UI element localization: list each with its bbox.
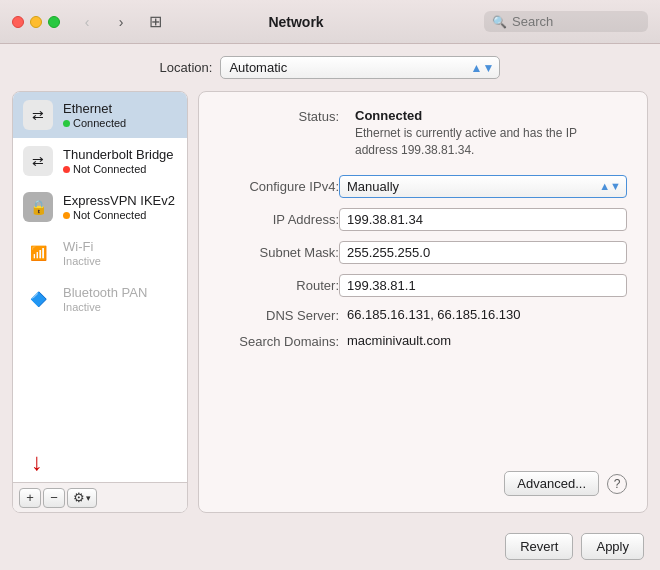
- wifi-name: Wi-Fi: [63, 239, 101, 256]
- status-value: Connected: [347, 108, 607, 123]
- window-title: Network: [116, 14, 476, 30]
- configure-select-wrap: Manually Using DHCP Using DHCP with manu…: [339, 175, 627, 198]
- subnet-mask-row: Subnet Mask:: [219, 241, 627, 264]
- ethernet-icon: ⇄: [23, 100, 53, 130]
- vpn-name: ExpressVPN IKEv2: [63, 193, 175, 210]
- sidebar-item-vpn[interactable]: 🔒 ExpressVPN IKEv2 Not Connected: [13, 184, 187, 230]
- ip-address-row: IP Address:: [219, 208, 627, 231]
- ip-address-input[interactable]: [339, 208, 627, 231]
- sidebar-toolbar: + − ⚙ ▾: [13, 482, 187, 512]
- sidebar-item-bluetooth[interactable]: 🔷 Bluetooth PAN Inactive: [13, 276, 187, 322]
- location-select[interactable]: Automatic: [220, 56, 500, 79]
- minimize-button[interactable]: [30, 16, 42, 28]
- thunderbolt-status-text: Not Connected: [73, 163, 146, 175]
- sidebar-list: ⇄ Ethernet Connected ⇄ Thunderbolt Bridg…: [13, 92, 187, 482]
- status-description: Ethernet is currently active and has the…: [347, 125, 607, 159]
- bluetooth-status-text: Inactive: [63, 301, 101, 313]
- search-icon: 🔍: [492, 15, 507, 29]
- vpn-status: Not Connected: [63, 209, 175, 221]
- traffic-lights: [12, 16, 60, 28]
- network-options-button[interactable]: ⚙ ▾: [67, 488, 97, 508]
- detail-panel: Status: Connected Ethernet is currently …: [198, 91, 648, 513]
- thunderbolt-status-dot: [63, 166, 70, 173]
- search-input[interactable]: [512, 14, 642, 29]
- remove-network-button[interactable]: −: [43, 488, 65, 508]
- ethernet-name: Ethernet: [63, 101, 126, 118]
- dns-label: DNS Server:: [219, 307, 339, 323]
- gear-icon: ⚙: [73, 490, 85, 505]
- domains-value: macminivault.com: [339, 333, 451, 348]
- wifi-status-text: Inactive: [63, 255, 101, 267]
- location-bar: Location: Automatic ▲▼: [0, 44, 660, 91]
- dns-value: 66.185.16.131, 66.185.16.130: [339, 307, 521, 322]
- close-button[interactable]: [12, 16, 24, 28]
- thunderbolt-status: Not Connected: [63, 163, 174, 175]
- subnet-mask-input[interactable]: [339, 241, 627, 264]
- detail-footer: Advanced... ?: [219, 471, 627, 496]
- sidebar-item-info-vpn: ExpressVPN IKEv2 Not Connected: [63, 193, 175, 222]
- location-label: Location:: [160, 60, 213, 75]
- thunderbolt-icon: ⇄: [23, 146, 53, 176]
- vpn-status-text: Not Connected: [73, 209, 146, 221]
- location-select-wrap: Automatic ▲▼: [220, 56, 500, 79]
- search-box: 🔍: [484, 11, 648, 32]
- bluetooth-status: Inactive: [63, 301, 147, 313]
- router-input[interactable]: [339, 274, 627, 297]
- dns-server-row: DNS Server: 66.185.16.131, 66.185.16.130: [219, 307, 627, 323]
- vpn-status-dot: [63, 212, 70, 219]
- router-row: Router:: [219, 274, 627, 297]
- ethernet-status-text: Connected: [73, 117, 126, 129]
- ip-label: IP Address:: [219, 211, 339, 227]
- wifi-status: Inactive: [63, 255, 101, 267]
- back-button[interactable]: ‹: [74, 12, 100, 32]
- ethernet-status-dot: [63, 120, 70, 127]
- status-row: Status: Connected Ethernet is currently …: [219, 108, 627, 159]
- configure-ipv4-select[interactable]: Manually Using DHCP Using DHCP with manu…: [339, 175, 627, 198]
- bottom-bar: Revert Apply: [0, 525, 660, 570]
- sidebar-item-ethernet[interactable]: ⇄ Ethernet Connected: [13, 92, 187, 138]
- bluetooth-name: Bluetooth PAN: [63, 285, 147, 302]
- bluetooth-icon: 🔷: [23, 284, 53, 314]
- help-button[interactable]: ?: [607, 474, 627, 494]
- body-area: ⇄ Ethernet Connected ⇄ Thunderbolt Bridg…: [0, 91, 660, 525]
- sidebar-item-info-bluetooth: Bluetooth PAN Inactive: [63, 285, 147, 314]
- chevron-down-icon: ▾: [86, 493, 91, 503]
- sidebar: ⇄ Ethernet Connected ⇄ Thunderbolt Bridg…: [12, 91, 188, 513]
- scroll-down-arrow: ↓: [31, 448, 43, 476]
- search-domains-row: Search Domains: macminivault.com: [219, 333, 627, 349]
- ethernet-status: Connected: [63, 117, 126, 129]
- subnet-label: Subnet Mask:: [219, 244, 339, 260]
- sidebar-item-wifi[interactable]: 📶 Wi-Fi Inactive: [13, 230, 187, 276]
- sidebar-item-info-wifi: Wi-Fi Inactive: [63, 239, 101, 268]
- advanced-button[interactable]: Advanced...: [504, 471, 599, 496]
- main-area: Location: Automatic ▲▼ ⇄ Ethernet Connec: [0, 44, 660, 570]
- apply-button[interactable]: Apply: [581, 533, 644, 560]
- maximize-button[interactable]: [48, 16, 60, 28]
- revert-button[interactable]: Revert: [505, 533, 573, 560]
- sidebar-item-thunderbolt[interactable]: ⇄ Thunderbolt Bridge Not Connected: [13, 138, 187, 184]
- router-label: Router:: [219, 277, 339, 293]
- status-label: Status:: [219, 108, 339, 124]
- wifi-icon: 📶: [23, 238, 53, 268]
- sidebar-item-info-thunderbolt: Thunderbolt Bridge Not Connected: [63, 147, 174, 176]
- domains-label: Search Domains:: [219, 333, 339, 349]
- vpn-icon: 🔒: [23, 192, 53, 222]
- titlebar: ‹ › ⊞ Network 🔍: [0, 0, 660, 44]
- add-network-button[interactable]: +: [19, 488, 41, 508]
- thunderbolt-name: Thunderbolt Bridge: [63, 147, 174, 164]
- sidebar-item-info-ethernet: Ethernet Connected: [63, 101, 126, 130]
- configure-label: Configure IPv4:: [219, 178, 339, 194]
- configure-ipv4-row: Configure IPv4: Manually Using DHCP Usin…: [219, 175, 627, 198]
